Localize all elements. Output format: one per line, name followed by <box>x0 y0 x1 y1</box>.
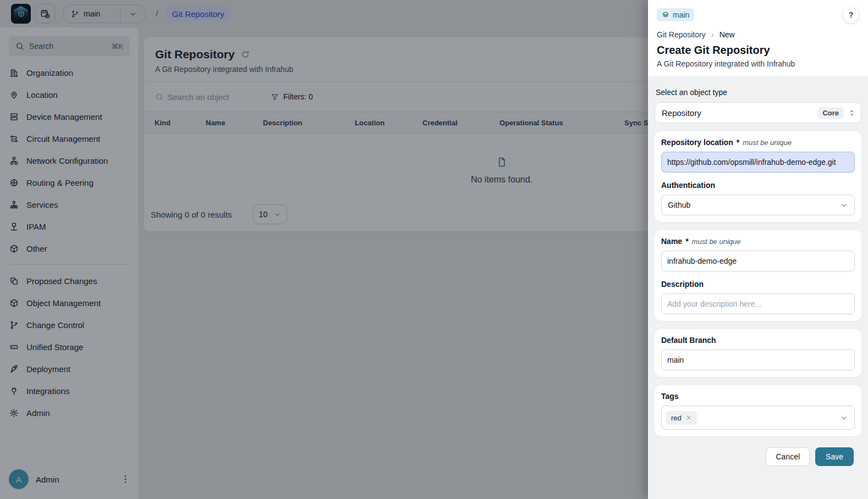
branch-badge-label: main <box>673 10 689 19</box>
breadcrumb-parent[interactable]: Git Repository <box>657 30 706 39</box>
authentication-label: Authentication <box>661 181 715 190</box>
required-marker: * <box>737 138 739 147</box>
create-repository-drawer: main ? Git Repository › New Create Git R… <box>648 0 868 499</box>
required-marker: * <box>685 237 688 246</box>
tags-multiselect[interactable]: red <box>661 406 855 430</box>
drawer-breadcrumb: Git Repository › New <box>657 30 859 39</box>
layers-icon <box>662 11 669 19</box>
namespace-badge: Core <box>817 107 844 119</box>
breadcrumb-chevron: › <box>711 30 714 39</box>
description-input[interactable] <box>661 293 855 314</box>
object-type-select[interactable]: Repository Core <box>655 102 861 123</box>
authentication-select[interactable]: Github <box>661 195 855 215</box>
tag-chip-red: red <box>666 411 697 425</box>
name-description-card: Name * must be unique Description <box>655 230 861 321</box>
help-button[interactable]: ? <box>843 7 859 23</box>
unique-note: must be unique <box>743 138 792 147</box>
drawer-actions: Cancel Save <box>655 436 861 466</box>
drawer-title: Create Git Repository <box>657 44 859 57</box>
drawer-header: main ? Git Repository › New Create Git R… <box>648 0 868 76</box>
location-label: Repository location <box>661 138 733 147</box>
chevrons-up-down-icon <box>848 109 856 117</box>
drawer-subtitle: A Git Repository integrated with Infrahu… <box>657 59 859 68</box>
default-branch-card: Default Branch <box>655 329 861 377</box>
app-root: main / Git Repository Search ⌘K Organiza… <box>0 0 868 499</box>
close-icon[interactable] <box>685 414 692 421</box>
object-type-label: Select an object type <box>656 88 860 97</box>
tag-chip-label: red <box>671 414 682 422</box>
description-label: Description <box>661 280 704 289</box>
default-branch-input[interactable] <box>661 350 855 370</box>
name-label: Name <box>661 237 682 246</box>
tags-card: Tags red <box>655 385 861 436</box>
cancel-button[interactable]: Cancel <box>766 447 810 466</box>
name-input[interactable] <box>661 251 855 271</box>
default-branch-label: Default Branch <box>661 336 716 345</box>
location-auth-card: Repository location * must be unique Aut… <box>655 131 861 222</box>
breadcrumb-current: New <box>719 30 735 39</box>
modal-overlay[interactable] <box>0 0 648 499</box>
branch-badge: main <box>657 8 694 21</box>
tags-label: Tags <box>661 392 679 401</box>
chevron-down-icon <box>840 414 848 422</box>
repository-location-input[interactable] <box>661 152 855 173</box>
object-type-value: Repository <box>662 108 817 118</box>
chevron-down-icon <box>840 201 848 209</box>
drawer-form: Select an object type Repository Core Re… <box>648 76 868 499</box>
authentication-value: Github <box>668 201 840 209</box>
save-button[interactable]: Save <box>815 447 854 466</box>
unique-note: must be unique <box>692 237 741 246</box>
